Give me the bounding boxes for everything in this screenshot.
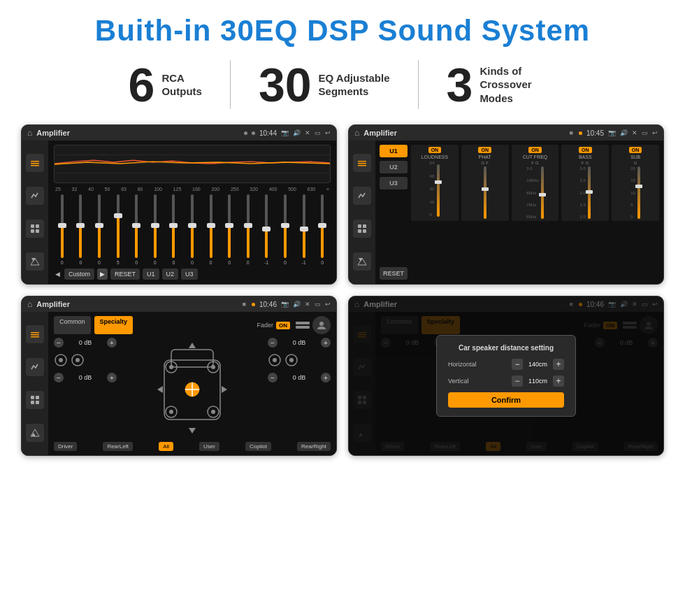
fader-speaker-icon [54, 353, 68, 367]
svg-rect-26 [31, 401, 34, 404]
fader-all-btn[interactable]: All [159, 442, 173, 451]
fader-plus-3[interactable]: + [321, 338, 331, 348]
fader-rearright-btn[interactable]: RearRight [297, 442, 331, 451]
fader-sidebar-btn-2[interactable] [26, 358, 44, 376]
eq-reset-btn[interactable]: RESET [110, 268, 140, 280]
eq-sliders: 0 0 0 [54, 194, 331, 265]
stat-desc-eq: EQ Adjustable Segments [319, 71, 390, 99]
svg-point-45 [211, 365, 215, 369]
xo-slider-loudness[interactable] [437, 164, 440, 217]
eq-u3-btn[interactable]: U3 [181, 268, 198, 280]
eq-slider-0[interactable]: 0 [54, 194, 71, 265]
svg-rect-5 [31, 229, 34, 233]
xo-label-phat: PHAT [479, 155, 491, 159]
xo-on-phat[interactable]: ON [478, 147, 491, 153]
eq-slider-5[interactable]: 0 [147, 194, 164, 265]
fader-db-row-2: − 0 dB + [54, 373, 117, 382]
svg-rect-2 [31, 165, 39, 166]
eq-slider-4[interactable]: 0 [128, 194, 145, 265]
xo-sidebar-btn-4[interactable] [353, 252, 371, 271]
eq-u1-btn[interactable]: U1 [143, 268, 159, 280]
dialog-screen-card: ⌂ Amplifier ■ 10:46 📷 🔊 ✕ ▭ ↩ [348, 296, 664, 456]
fader-on-badge[interactable]: ON [276, 322, 290, 329]
eq-slider-14[interactable]: 0 [314, 194, 331, 265]
fader-val-3: 0 dB [280, 339, 319, 346]
eq-app-name: Amplifier [36, 129, 240, 137]
confirm-button[interactable]: Confirm [448, 392, 564, 408]
xo-slider-sub[interactable] [637, 166, 640, 219]
eq-sidebar-btn-3[interactable] [26, 220, 44, 238]
home-icon: ⌂ [27, 128, 32, 138]
dialog-vertical-plus[interactable]: + [553, 375, 564, 387]
svg-rect-0 [31, 161, 39, 162]
eq-slider-1[interactable]: 0 [73, 194, 89, 265]
eq-sidebar-btn-4[interactable] [26, 252, 44, 271]
xo-sidebar-btn-3[interactable] [353, 220, 371, 238]
svg-point-47 [211, 410, 215, 414]
dialog-vertical-value: 110cm [526, 378, 550, 385]
xo-slider-bass[interactable] [588, 166, 591, 219]
fader-user-btn[interactable]: User [199, 442, 219, 451]
fader-minus-2[interactable]: − [54, 373, 64, 382]
fader-minus-3[interactable]: − [268, 338, 277, 348]
eq-sidebar-btn-2[interactable] [26, 187, 44, 205]
fader-profile-icon[interactable] [312, 316, 331, 334]
eq-slider-9[interactable]: 0 [221, 194, 238, 265]
fader-val-1: 0 dB [66, 339, 105, 346]
fader-plus-1[interactable]: + [107, 338, 117, 348]
eq-slider-11[interactable]: -1 [259, 194, 275, 265]
svg-rect-4 [36, 224, 39, 228]
fader-sidebar-btn-4[interactable] [26, 424, 44, 442]
xo-sidebar-btn-2[interactable] [353, 187, 371, 205]
eq-slider-7[interactable]: 0 [184, 194, 201, 265]
xo-sidebar-btn-1[interactable] [353, 154, 371, 172]
fader-rearleft-btn[interactable]: RearLeft [103, 442, 133, 451]
eq-screen-card: ⌂ Amplifier 10:44 📷 🔊 ✕ ▭ ↩ [21, 124, 337, 285]
car-diagram-area [122, 338, 262, 438]
eq-slider-10[interactable]: 0 [240, 194, 257, 265]
eq-slider-12[interactable]: 0 [277, 194, 294, 265]
eq-play-btn[interactable]: ▶ [97, 268, 108, 280]
eq-slider-2[interactable]: 0 [91, 194, 108, 265]
fader-plus-4[interactable]: + [321, 373, 331, 382]
svg-point-53 [273, 358, 277, 362]
eq-slider-13[interactable]: -1 [296, 194, 312, 265]
stat-desc-crossover: Kinds of Crossover Modes [480, 64, 556, 106]
xo-u1-btn[interactable]: U1 [380, 145, 408, 157]
fader-minus-4[interactable]: − [268, 373, 277, 382]
fader-driver-btn[interactable]: Driver [54, 442, 77, 451]
eq-sidebar-btn-1[interactable] [26, 154, 44, 172]
fader-sidebar-btn-3[interactable] [26, 391, 44, 409]
xo-slider-phat[interactable] [484, 166, 486, 219]
eq-labels: 25 32 40 50 63 80 100 125 160 200 250 32… [54, 187, 331, 192]
eq-u2-btn[interactable]: U2 [162, 268, 179, 280]
fader-tab-common[interactable]: Common [54, 316, 91, 334]
xo-main-area: U1 U2 U3 RESET ON LOUDNESS [375, 141, 663, 284]
stat-number-crossover: 3 [447, 61, 473, 108]
xo-slider-cutfreq[interactable] [541, 166, 544, 219]
xo-u2-btn[interactable]: U2 [380, 161, 408, 173]
xo-reset-btn[interactable]: RESET [380, 267, 408, 280]
eq-custom-btn[interactable]: Custom [64, 268, 94, 280]
fader-speaker-icon-2 [71, 353, 85, 367]
eq-prev-btn[interactable]: ◀ [54, 268, 62, 280]
dialog-title: Car speaker distance setting [448, 344, 564, 352]
xo-on-loudness[interactable]: ON [428, 147, 442, 153]
fader-minus-1[interactable]: − [54, 338, 64, 348]
fader-copilot-btn[interactable]: Copilot [245, 442, 271, 451]
dialog-horizontal-plus[interactable]: + [553, 359, 564, 370]
xo-u3-btn[interactable]: U3 [380, 177, 408, 189]
eq-slider-8[interactable]: 0 [203, 194, 219, 265]
dialog-vertical-minus[interactable]: − [512, 375, 523, 387]
dialog-horizontal-row: Horizontal − 140cm + [448, 359, 564, 370]
xo-on-cutfreq[interactable]: ON [528, 147, 542, 153]
xo-on-sub[interactable]: ON [629, 147, 642, 153]
xo-on-bass[interactable]: ON [579, 147, 592, 153]
fader-sidebar-btn-1[interactable] [26, 325, 44, 343]
xo-label-cutfreq: CUT FREQ [523, 155, 548, 159]
eq-slider-3[interactable]: 5 [110, 194, 127, 265]
eq-slider-6[interactable]: 0 [166, 194, 182, 265]
dialog-horizontal-minus[interactable]: − [512, 359, 523, 370]
fader-plus-2[interactable]: + [107, 373, 117, 382]
fader-tab-specialty[interactable]: Specialty [94, 316, 134, 334]
